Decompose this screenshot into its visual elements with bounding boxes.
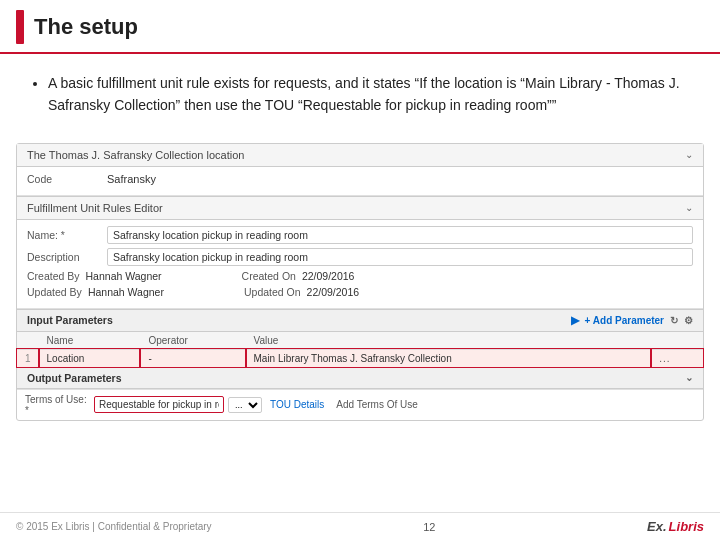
row-name: Location	[39, 349, 141, 367]
code-value: Safransky	[107, 173, 156, 185]
fulfillment-editor-header: Fulfillment Unit Rules Editor ⌄	[17, 196, 703, 220]
page-footer: © 2015 Ex Libris | Confidential & Propri…	[0, 512, 720, 540]
input-params-header: Input Parameters ▶ + Add Parameter ↻ ⚙	[17, 309, 703, 332]
panel-chevron-icon[interactable]: ⌄	[685, 149, 693, 160]
updated-by-value: Hannah Wagner	[88, 286, 164, 298]
created-on-item: Created On 22/09/2016	[242, 270, 355, 282]
add-parameter-icon: ▶	[571, 314, 579, 327]
settings-icon[interactable]: ⚙	[684, 315, 693, 326]
page-title: The setup	[34, 14, 138, 40]
col-actions	[651, 332, 703, 350]
output-fields-row: Terms of Use: * ... TOU Details Add Term…	[17, 389, 703, 420]
page-header: The setup	[0, 0, 720, 54]
main-panel: The Thomas J. Safransky Collection locat…	[16, 143, 704, 421]
col-num	[17, 332, 39, 350]
created-by-value: Hannah Wagner	[86, 270, 162, 282]
input-params-title: Input Parameters	[27, 314, 113, 326]
output-chevron-icon[interactable]: ⌄	[685, 372, 693, 383]
row-more-icon[interactable]: ...	[659, 353, 670, 364]
col-operator: Operator	[140, 332, 245, 350]
col-name: Name	[39, 332, 141, 350]
description-input[interactable]	[107, 248, 693, 266]
updated-by-item: Updated By Hannah Wagner	[27, 286, 164, 298]
input-params-actions: ▶ + Add Parameter ↻ ⚙	[571, 314, 693, 327]
page-number: 12	[423, 521, 435, 533]
meta-row-1: Created By Hannah Wagner Created On 22/0…	[27, 270, 693, 282]
name-row: Name: *	[27, 226, 693, 244]
description-row: Description	[27, 248, 693, 266]
row-value: Main Library Thomas J. Safransky Collect…	[246, 349, 652, 367]
code-section: Code Safransky	[17, 167, 703, 196]
bullet-list: A basic fulfillment unit rule exists for…	[28, 72, 692, 117]
updated-on-value: 22/09/2016	[307, 286, 360, 298]
created-on-value: 22/09/2016	[302, 270, 355, 282]
col-value: Value	[246, 332, 652, 350]
fulfillment-editor-title: Fulfillment Unit Rules Editor	[27, 202, 163, 214]
created-by-label: Created By	[27, 270, 80, 282]
table-row: 1 Location - Main Library Thomas J. Safr…	[17, 349, 703, 367]
ex-libris-logo: Ex. Libris	[647, 519, 704, 534]
row-actions[interactable]: ...	[651, 349, 703, 367]
refresh-icon[interactable]: ↻	[670, 315, 678, 326]
tou-details-link[interactable]: TOU Details	[270, 399, 324, 410]
code-row: Code Safransky	[27, 173, 693, 185]
input-params-header-row: Name Operator Value	[17, 332, 703, 350]
name-input[interactable]	[107, 226, 693, 244]
form-fields-section: Name: * Description Created By Hannah Wa…	[17, 220, 703, 309]
name-label: Name: *	[27, 229, 107, 241]
fulfillment-chevron-icon[interactable]: ⌄	[685, 202, 693, 213]
panel-title: The Thomas J. Safransky Collection locat…	[27, 149, 244, 161]
add-parameter-button[interactable]: + Add Parameter	[585, 315, 664, 326]
panel-header: The Thomas J. Safransky Collection locat…	[17, 144, 703, 167]
description-label: Description	[27, 251, 107, 263]
output-params-title: Output Parameters	[27, 372, 122, 384]
bullet-item-1: A basic fulfillment unit rule exists for…	[48, 72, 692, 117]
libris-text: Libris	[669, 519, 704, 534]
code-label: Code	[27, 173, 107, 185]
ex-text: Ex.	[647, 519, 667, 534]
updated-on-item: Updated On 22/09/2016	[244, 286, 359, 298]
created-on-label: Created On	[242, 270, 296, 282]
meta-row-2: Updated By Hannah Wagner Updated On 22/0…	[27, 286, 693, 298]
output-terms-select[interactable]: ...	[228, 397, 262, 413]
output-terms-input[interactable]	[94, 396, 224, 413]
row-num: 1	[17, 349, 39, 367]
body-content: A basic fulfillment unit rule exists for…	[0, 54, 720, 131]
output-params-header: Output Parameters ⌄	[17, 367, 703, 389]
row-operator: -	[140, 349, 245, 367]
accent-bar	[16, 10, 24, 44]
updated-by-label: Updated By	[27, 286, 82, 298]
updated-on-label: Updated On	[244, 286, 301, 298]
created-by-item: Created By Hannah Wagner	[27, 270, 162, 282]
copyright-text: © 2015 Ex Libris | Confidential & Propri…	[16, 521, 212, 532]
output-terms-label: Terms of Use: *	[25, 394, 90, 416]
add-terms-link[interactable]: Add Terms Of Use	[336, 399, 418, 410]
input-params-table: Name Operator Value 1 Location - Main Li…	[17, 332, 703, 367]
